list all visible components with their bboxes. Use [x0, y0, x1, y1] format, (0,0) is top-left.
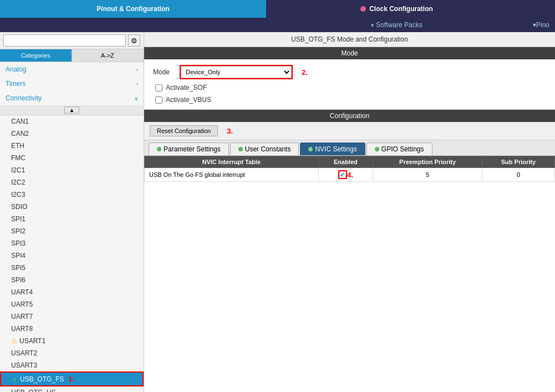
sub-header-left — [0, 18, 266, 32]
label-1: 1. — [68, 375, 74, 383]
sidebar-item-usart1[interactable]: ⚠ USART1 — [0, 335, 144, 347]
mode-section-header: Mode — [144, 47, 555, 59]
preemption-cell: 5 — [373, 168, 482, 182]
content-area: USB_OTG_FS Mode and Configuration Mode M… — [144, 32, 555, 392]
search-input[interactable] — [3, 34, 126, 47]
list-item[interactable]: USART2 — [0, 347, 144, 359]
list-item[interactable]: UART7 — [0, 310, 144, 323]
config-section-header: Configuration — [144, 110, 555, 122]
tab-nvic-label: NVIC Settings — [315, 145, 357, 153]
tab-parameter-settings[interactable]: Parameter Settings — [149, 142, 229, 155]
scroll-up-button[interactable]: ▲ — [64, 106, 80, 114]
list-item[interactable]: SPI3 — [0, 237, 144, 250]
table-row: USB On The Go FS global interrupt ✔ 4. 5… — [145, 168, 555, 182]
config-section: Configuration Reset Configuration 3. Par… — [144, 110, 555, 392]
config-toolbar: Reset Configuration 3. — [144, 122, 555, 140]
interrupt-name: USB On The Go FS global interrupt — [145, 168, 319, 182]
col-enabled: Enabled — [318, 156, 373, 168]
config-tabs-row: Parameter Settings User Constants NVIC S… — [144, 140, 555, 156]
gear-button[interactable]: ⚙ — [128, 34, 140, 47]
left-title-text: Pinout & Configuration — [96, 5, 169, 13]
chevron-down-icon-3: ∨ — [134, 95, 138, 101]
chevron-right-icon-2: › — [136, 81, 138, 87]
sub-header: ▾ Software Packs ▾ Pino — [0, 18, 555, 32]
timers-label: Timers — [6, 80, 26, 88]
warning-icon: ⚠ — [11, 337, 17, 345]
software-packs-label: Software Packs — [376, 21, 422, 29]
list-item[interactable]: SPI1 — [0, 213, 144, 225]
software-packs-menu[interactable]: ▾ Software Packs — [266, 18, 527, 32]
chevron-right-icon: › — [136, 67, 138, 73]
tab-az[interactable]: A->Z — [72, 49, 144, 62]
nvic-table: NVIC Interrupt Table Enabled Preemption … — [144, 156, 555, 392]
sidebar-item-usb-otg-fs[interactable]: ✔ USB_OTG_FS 1. — [0, 371, 144, 386]
activate-vbus-checkbox[interactable] — [155, 96, 162, 104]
scroll-indicator: ▲ — [0, 105, 144, 115]
sidebar: ⚙ Categories A->Z Analog › Timers › Conn… — [0, 32, 144, 392]
list-item[interactable]: CAN2 — [0, 128, 144, 140]
list-item[interactable]: I2C1 — [0, 164, 144, 176]
list-item[interactable]: ETH — [0, 140, 144, 152]
label-3: 3. — [227, 127, 233, 135]
col-preemption: Preemption Priority — [373, 156, 482, 168]
sidebar-item-timers[interactable]: Timers › — [0, 77, 144, 91]
list-item[interactable]: I2C2 — [0, 176, 144, 189]
enabled-checked-box[interactable]: ✔ — [338, 170, 347, 179]
content-title: USB_OTG_FS Mode and Configuration — [144, 32, 555, 47]
list-item[interactable]: UART8 — [0, 323, 144, 335]
pinout-config-title: Pinout & Configuration — [0, 0, 266, 18]
sidebar-item-usb-otg-hs[interactable]: USB_OTG_HS — [0, 386, 144, 392]
sidebar-toolbar: ⚙ — [0, 32, 144, 49]
list-item[interactable]: UART4 — [0, 286, 144, 298]
list-item[interactable]: USART3 — [0, 359, 144, 371]
list-item[interactable]: SPI5 — [0, 262, 144, 274]
sub-priority-cell: 0 — [482, 168, 554, 182]
tab-dot-user — [238, 147, 243, 151]
config-header-text: Configuration — [330, 112, 369, 120]
sidebar-item-connectivity[interactable]: Connectivity ∨ — [0, 91, 144, 105]
tab-dot-nvic — [308, 147, 313, 151]
clock-config-tab[interactable]: Clock Configuration — [266, 0, 527, 18]
tab-user-constants[interactable]: User Constants — [230, 142, 299, 155]
header-right — [527, 0, 555, 18]
clock-config-title: Clock Configuration — [369, 5, 433, 13]
mode-select[interactable]: Device_Only — [181, 66, 292, 78]
clock-dot — [360, 6, 366, 12]
mode-row: Mode Device_Only 2. — [153, 65, 546, 79]
tab-nvic-settings[interactable]: NVIC Settings — [300, 142, 365, 155]
mode-header-text: Mode — [341, 49, 358, 57]
list-item[interactable]: FMC — [0, 152, 144, 164]
sidebar-item-analog[interactable]: Analog › — [0, 62, 144, 77]
col-nvic-interrupt: NVIC Interrupt Table — [145, 156, 319, 168]
mode-select-wrapper: Device_Only — [180, 65, 293, 79]
chevron-down-icon: ▾ — [371, 22, 374, 28]
list-item[interactable]: CAN1 — [0, 115, 144, 128]
list-item[interactable]: I2C3 — [0, 189, 144, 201]
reset-config-button[interactable]: Reset Configuration — [150, 125, 218, 136]
pino-menu[interactable]: ▾ Pino — [527, 18, 555, 32]
sidebar-list: Analog › Timers › Connectivity ∨ ▲ CAN1 … — [0, 62, 144, 392]
list-item[interactable]: UART5 — [0, 298, 144, 310]
list-item[interactable]: SDIO — [0, 201, 144, 213]
activate-vbus-row: Activate_VBUS — [153, 96, 546, 104]
enabled-cell: ✔ 4. — [318, 168, 373, 182]
pino-label: Pino — [536, 21, 549, 29]
list-item[interactable]: SPI4 — [0, 250, 144, 262]
activate-sof-row: Activate_SOF — [153, 84, 546, 91]
tab-parameter-label: Parameter Settings — [164, 145, 221, 153]
sidebar-tabs: Categories A->Z — [0, 49, 144, 62]
list-item[interactable]: SPI2 — [0, 225, 144, 237]
main-layout: ⚙ Categories A->Z Analog › Timers › Conn… — [0, 32, 555, 392]
activate-vbus-label: Activate_VBUS — [166, 96, 211, 104]
label-4: 4. — [347, 171, 353, 179]
tab-dot-parameter — [157, 147, 161, 151]
activate-sof-checkbox[interactable] — [155, 84, 162, 91]
tab-gpio-settings[interactable]: GPIO Settings — [366, 142, 432, 155]
analog-label: Analog — [6, 65, 26, 73]
tab-categories[interactable]: Categories — [0, 49, 72, 62]
enabled-checkbox-wrapper: ✔ 4. — [323, 170, 369, 179]
check-icon: ✔ — [12, 375, 18, 383]
content-title-text: USB_OTG_FS Mode and Configuration — [291, 35, 408, 43]
list-item[interactable]: SPI6 — [0, 274, 144, 286]
mode-body: Mode Device_Only 2. Activate_SOF Activat… — [144, 59, 555, 109]
